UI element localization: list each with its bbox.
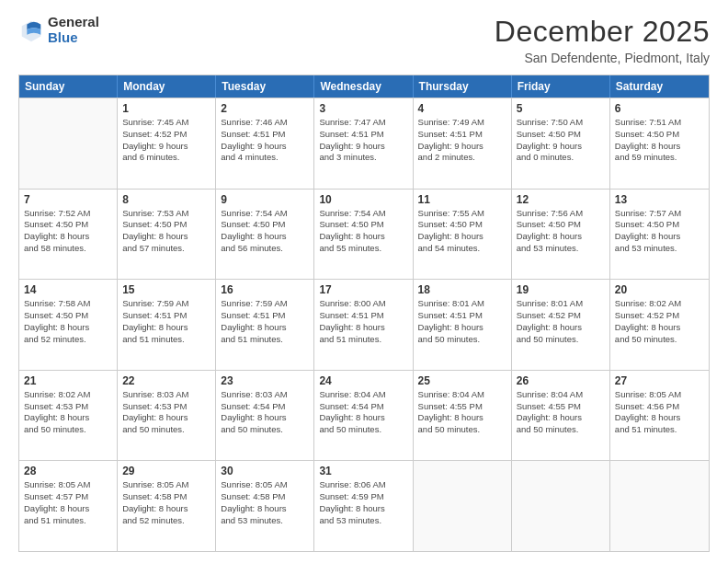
calendar-cell: 31Sunrise: 8:06 AM Sunset: 4:59 PM Dayli…: [314, 461, 413, 551]
logo-icon: [18, 17, 44, 43]
day-number: 1: [122, 102, 210, 115]
calendar-row-4: 28Sunrise: 8:05 AM Sunset: 4:57 PM Dayli…: [19, 460, 709, 551]
calendar-cell: 12Sunrise: 7:56 AM Sunset: 4:50 PM Dayli…: [512, 190, 610, 280]
calendar-cell: 29Sunrise: 8:05 AM Sunset: 4:58 PM Dayli…: [118, 461, 216, 551]
day-number: 8: [122, 193, 210, 206]
day-info: Sunrise: 8:05 AM Sunset: 4:58 PM Dayligh…: [122, 479, 210, 526]
day-info: Sunrise: 7:59 AM Sunset: 4:51 PM Dayligh…: [221, 298, 309, 345]
calendar-cell: 17Sunrise: 8:00 AM Sunset: 4:51 PM Dayli…: [314, 280, 413, 370]
day-number: 27: [615, 374, 704, 387]
day-number: 2: [221, 102, 309, 115]
day-number: 17: [319, 283, 407, 296]
day-number: 31: [319, 465, 407, 477]
calendar-cell: 25Sunrise: 8:04 AM Sunset: 4:55 PM Dayli…: [414, 371, 512, 461]
day-number: 26: [517, 374, 605, 387]
logo-blue-text: Blue: [48, 30, 99, 46]
calendar-cell: [512, 461, 610, 551]
day-number: 19: [517, 283, 605, 296]
calendar-row-2: 14Sunrise: 7:58 AM Sunset: 4:50 PM Dayli…: [19, 279, 709, 370]
header-cell-sunday: Sunday: [19, 75, 118, 98]
calendar: SundayMondayTuesdayWednesdayThursdayFrid…: [18, 75, 710, 552]
day-number: 7: [24, 193, 112, 206]
month-title: December 2025: [495, 15, 710, 49]
day-info: Sunrise: 8:02 AM Sunset: 4:53 PM Dayligh…: [24, 389, 112, 436]
calendar-cell: 24Sunrise: 8:04 AM Sunset: 4:54 PM Dayli…: [314, 371, 413, 461]
day-info: Sunrise: 7:51 AM Sunset: 4:50 PM Dayligh…: [615, 117, 704, 164]
calendar-cell: 14Sunrise: 7:58 AM Sunset: 4:50 PM Dayli…: [19, 280, 118, 370]
day-info: Sunrise: 8:00 AM Sunset: 4:51 PM Dayligh…: [319, 298, 407, 345]
day-number: 14: [24, 283, 112, 296]
logo-general-text: General: [48, 15, 99, 30]
day-number: 15: [122, 283, 210, 296]
day-number: 16: [221, 283, 309, 296]
day-number: 22: [122, 374, 210, 387]
day-number: 25: [418, 374, 506, 387]
calendar-cell: 16Sunrise: 7:59 AM Sunset: 4:51 PM Dayli…: [216, 280, 314, 370]
calendar-row-0: 1Sunrise: 7:45 AM Sunset: 4:52 PM Daylig…: [19, 98, 709, 189]
day-number: 9: [221, 193, 309, 206]
day-info: Sunrise: 8:05 AM Sunset: 4:58 PM Dayligh…: [221, 479, 309, 526]
calendar-row-1: 7Sunrise: 7:52 AM Sunset: 4:50 PM Daylig…: [19, 189, 709, 280]
day-info: Sunrise: 8:06 AM Sunset: 4:59 PM Dayligh…: [319, 479, 407, 526]
day-number: 21: [24, 374, 112, 387]
day-number: 6: [615, 102, 704, 115]
logo-text: General Blue: [48, 15, 99, 45]
day-info: Sunrise: 7:52 AM Sunset: 4:50 PM Dayligh…: [24, 208, 112, 255]
calendar-cell: 22Sunrise: 8:03 AM Sunset: 4:53 PM Dayli…: [118, 371, 216, 461]
calendar-cell: 2Sunrise: 7:46 AM Sunset: 4:51 PM Daylig…: [216, 98, 314, 189]
day-number: 24: [319, 374, 407, 387]
calendar-cell: 28Sunrise: 8:05 AM Sunset: 4:57 PM Dayli…: [19, 461, 118, 551]
day-number: 11: [418, 193, 506, 206]
calendar-cell: 8Sunrise: 7:53 AM Sunset: 4:50 PM Daylig…: [118, 190, 216, 280]
day-info: Sunrise: 8:03 AM Sunset: 4:54 PM Dayligh…: [221, 389, 309, 436]
calendar-cell: 10Sunrise: 7:54 AM Sunset: 4:50 PM Dayli…: [314, 190, 413, 280]
day-number: 30: [221, 465, 309, 477]
calendar-cell: 4Sunrise: 7:49 AM Sunset: 4:51 PM Daylig…: [414, 98, 512, 189]
calendar-cell: 30Sunrise: 8:05 AM Sunset: 4:58 PM Dayli…: [216, 461, 314, 551]
day-info: Sunrise: 7:54 AM Sunset: 4:50 PM Dayligh…: [319, 208, 407, 255]
day-number: 10: [319, 193, 407, 206]
calendar-cell: [19, 98, 118, 189]
day-number: 5: [517, 102, 605, 115]
day-info: Sunrise: 8:03 AM Sunset: 4:53 PM Dayligh…: [122, 389, 210, 436]
day-number: 28: [24, 465, 112, 477]
day-info: Sunrise: 7:55 AM Sunset: 4:50 PM Dayligh…: [418, 208, 506, 255]
location-title: San Defendente, Piedmont, Italy: [495, 51, 710, 65]
header-cell-wednesday: Wednesday: [314, 75, 413, 98]
header-cell-saturday: Saturday: [610, 75, 709, 98]
calendar-cell: [610, 461, 709, 551]
day-info: Sunrise: 8:04 AM Sunset: 4:55 PM Dayligh…: [418, 389, 506, 436]
calendar-header: SundayMondayTuesdayWednesdayThursdayFrid…: [19, 75, 709, 98]
day-info: Sunrise: 7:54 AM Sunset: 4:50 PM Dayligh…: [221, 208, 309, 255]
day-info: Sunrise: 8:04 AM Sunset: 4:54 PM Dayligh…: [319, 389, 407, 436]
calendar-cell: 26Sunrise: 8:04 AM Sunset: 4:55 PM Dayli…: [512, 371, 610, 461]
day-info: Sunrise: 8:05 AM Sunset: 4:56 PM Dayligh…: [615, 389, 704, 436]
day-info: Sunrise: 7:57 AM Sunset: 4:50 PM Dayligh…: [615, 208, 704, 255]
calendar-body: 1Sunrise: 7:45 AM Sunset: 4:52 PM Daylig…: [19, 98, 709, 551]
day-info: Sunrise: 7:58 AM Sunset: 4:50 PM Dayligh…: [24, 298, 112, 345]
header-cell-thursday: Thursday: [414, 75, 512, 98]
header-cell-monday: Monday: [118, 75, 216, 98]
calendar-cell: 6Sunrise: 7:51 AM Sunset: 4:50 PM Daylig…: [610, 98, 709, 189]
day-info: Sunrise: 7:53 AM Sunset: 4:50 PM Dayligh…: [122, 208, 210, 255]
day-info: Sunrise: 7:59 AM Sunset: 4:51 PM Dayligh…: [122, 298, 210, 345]
day-number: 4: [418, 102, 506, 115]
calendar-cell: 20Sunrise: 8:02 AM Sunset: 4:52 PM Dayli…: [610, 280, 709, 370]
day-info: Sunrise: 7:45 AM Sunset: 4:52 PM Dayligh…: [122, 117, 210, 164]
day-info: Sunrise: 7:46 AM Sunset: 4:51 PM Dayligh…: [221, 117, 309, 164]
day-number: 3: [319, 102, 407, 115]
day-info: Sunrise: 7:49 AM Sunset: 4:51 PM Dayligh…: [418, 117, 506, 164]
calendar-cell: 18Sunrise: 8:01 AM Sunset: 4:51 PM Dayli…: [414, 280, 512, 370]
calendar-cell: 27Sunrise: 8:05 AM Sunset: 4:56 PM Dayli…: [610, 371, 709, 461]
calendar-cell: 9Sunrise: 7:54 AM Sunset: 4:50 PM Daylig…: [216, 190, 314, 280]
calendar-cell: 5Sunrise: 7:50 AM Sunset: 4:50 PM Daylig…: [512, 98, 610, 189]
day-info: Sunrise: 8:02 AM Sunset: 4:52 PM Dayligh…: [615, 298, 704, 345]
header-cell-tuesday: Tuesday: [216, 75, 314, 98]
day-number: 20: [615, 283, 704, 296]
page: General Blue December 2025 San Defendent…: [0, 0, 728, 563]
day-number: 12: [517, 193, 605, 206]
day-info: Sunrise: 8:04 AM Sunset: 4:55 PM Dayligh…: [517, 389, 605, 436]
day-number: 13: [615, 193, 704, 206]
calendar-cell: 7Sunrise: 7:52 AM Sunset: 4:50 PM Daylig…: [19, 190, 118, 280]
calendar-cell: 11Sunrise: 7:55 AM Sunset: 4:50 PM Dayli…: [414, 190, 512, 280]
